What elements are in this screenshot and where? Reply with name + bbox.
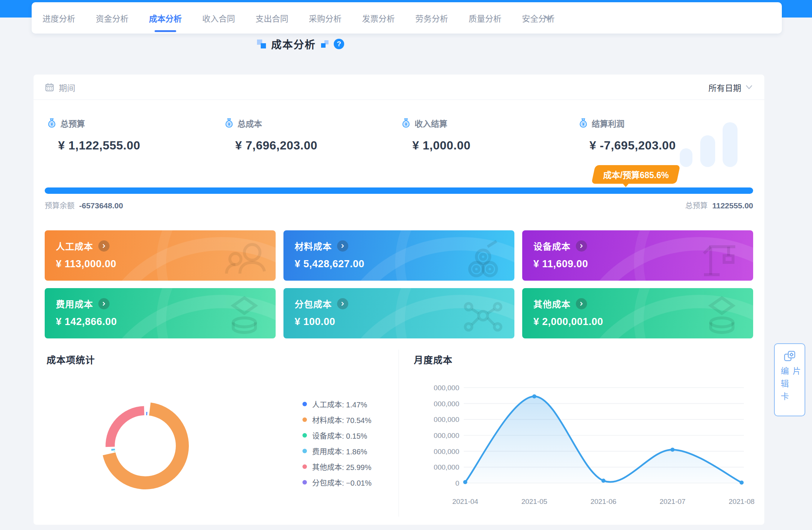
donut-slice-4[interactable] (105, 406, 144, 447)
legend-item-3[interactable]: 费用成本: 1.86% (302, 446, 372, 456)
card-other-cost[interactable]: 其他成本 ¥ 2,000,001.00 (522, 288, 753, 338)
x-axis-tick: 2021-06 (590, 498, 616, 505)
help-icon[interactable]: ? (334, 39, 344, 49)
kpi-income-settlement: ¥ 收入结算 ¥ 1,000.00 (399, 100, 576, 187)
tab-progress-analysis[interactable]: 进度分析 (37, 2, 80, 34)
tab-cost-analysis[interactable]: 成本分析 (144, 2, 187, 34)
budget-remaining-value: -6573648.00 (79, 201, 123, 210)
legend-item-0[interactable]: 人工成本: 1.47% (302, 399, 372, 409)
card-title: 费用成本 (56, 297, 93, 310)
svg-text:¥: ¥ (582, 122, 584, 126)
data-point-3[interactable] (670, 448, 675, 452)
arrow-right-icon[interactable] (98, 240, 110, 252)
kpi-value: ¥ 7,696,203.00 (235, 139, 399, 152)
budget-bar-labels: 预算余额 -6573648.00 总预算 1122555.00 (45, 200, 753, 211)
card-labor-cost[interactable]: 人工成本 ¥ 113,000.00 (45, 230, 276, 281)
donut-slice-3[interactable] (111, 449, 115, 451)
budget-total-label: 总预算 (685, 202, 708, 210)
card-title: 分包成本 (295, 297, 332, 310)
donut-slice-0[interactable] (146, 412, 148, 415)
title-squares-icon (321, 40, 329, 48)
chevron-down-icon (745, 84, 753, 90)
arrow-right-icon[interactable] (337, 240, 348, 252)
edit-cards-icon (783, 350, 796, 363)
cost-analysis-panel: 期间 所有日期 ¥ 总预算 ¥ 1,122,555.00 ¥ 总成本 ¥ 7,6… (34, 75, 764, 525)
arrow-right-icon[interactable] (576, 298, 587, 309)
legend-item-1[interactable]: 材料成本: 70.54% (302, 414, 372, 425)
page-title-row: 成本分析 ? (257, 36, 344, 52)
period-label-group: 期间 (45, 81, 75, 93)
ratio-badge-text: 成本/预算685.6% (603, 168, 669, 181)
pipes-icon (461, 237, 505, 278)
tab-procurement-analysis[interactable]: 采购分析 (304, 2, 347, 34)
legend-dot (302, 417, 307, 422)
cost-budget-ratio-badge: 成本/预算685.6% (593, 165, 678, 184)
tab-list: 进度分析 资金分析 成本分析 收入合同 支出合同 采购分析 发票分析 劳务分析 … (32, 2, 570, 34)
legend-label: 分包成本: −0.01% (312, 477, 372, 488)
budget-remaining-label: 预算余额 (45, 202, 74, 210)
kpi-label: 总预算 (60, 117, 85, 129)
card-material-cost[interactable]: 材料成本 ¥ 5,428,627.00 (283, 230, 514, 281)
legend-label: 人工成本: 1.47% (312, 399, 367, 410)
card-equipment-cost[interactable]: 设备成本 ¥ 11,609.00 (522, 230, 753, 281)
pie-chart-title: 成本项统计 (47, 353, 95, 366)
tab-quality-analysis[interactable]: 质量分析 (463, 2, 507, 34)
data-point-1[interactable] (532, 394, 536, 398)
legend-item-5[interactable]: 分包成本: −0.01% (302, 477, 372, 488)
money-bag-icon: ¥ (401, 118, 411, 128)
date-range-value: 所有日期 (708, 81, 741, 93)
badge-pointer (622, 182, 630, 187)
charts-row: 成本项统计 人工成本: 1.47%材料成本: 70.54%设备成本: 0.15%… (34, 350, 764, 525)
svg-text:¥: ¥ (51, 122, 53, 126)
x-axis-tick: 2021-05 (521, 498, 548, 505)
legend-dot (302, 480, 307, 485)
budget-progress-fill (45, 187, 753, 194)
card-expense-cost[interactable]: 费用成本 ¥ 142,866.00 (45, 288, 276, 338)
donut-slice-1[interactable] (103, 403, 189, 489)
legend-item-2[interactable]: 设备成本: 0.15% (302, 430, 372, 441)
card-title: 材料成本 (295, 239, 332, 252)
legend-dot (302, 449, 307, 453)
tab-invoice-analysis[interactable]: 发票分析 (357, 2, 400, 34)
legend-label: 费用成本: 1.86% (312, 446, 367, 457)
period-row: 期间 所有日期 (34, 75, 764, 100)
title-squares-icon (257, 40, 266, 48)
coins-icon (700, 295, 744, 336)
pie-legend: 人工成本: 1.47%材料成本: 70.54%设备成本: 0.15%费用成本: … (302, 399, 372, 493)
arrow-right-icon[interactable] (98, 298, 110, 309)
budget-total: 总预算 1122555.00 (685, 200, 753, 211)
line-chart-title: 月度成本 (414, 353, 453, 366)
arrow-right-icon[interactable] (576, 240, 587, 252)
line-area-fill (465, 396, 742, 483)
arrow-right-icon[interactable] (337, 298, 348, 309)
x-axis-tick: 2021-04 (452, 498, 478, 505)
tab-expense-contract[interactable]: 支出合同 (250, 2, 294, 34)
money-bag-icon: ¥ (224, 118, 234, 128)
kpi-value: ¥ -7,695,203.00 (590, 139, 754, 152)
legend-label: 材料成本: 70.54% (312, 414, 371, 425)
y-axis-tick: 5,000,000 (434, 400, 459, 408)
tab-funds-analysis[interactable]: 资金分析 (91, 2, 134, 34)
data-point-4[interactable] (740, 480, 744, 485)
edit-cards-button[interactable]: 编辑卡片 (774, 343, 805, 416)
coins-icon (222, 295, 267, 336)
card-subcontract-cost[interactable]: 分包成本 ¥ 100.00 (283, 288, 514, 338)
legend-item-4[interactable]: 其他成本: 25.99% (302, 461, 372, 472)
kpi-total-cost: ¥ 总成本 ¥ 7,696,203.00 (222, 100, 399, 187)
network-icon (461, 295, 505, 336)
donut-slice-2[interactable] (114, 451, 115, 452)
money-bag-icon: ¥ (578, 118, 588, 128)
data-point-2[interactable] (602, 479, 606, 483)
legend-dot (302, 402, 307, 406)
date-range-select[interactable]: 所有日期 (708, 81, 753, 93)
data-point-0[interactable] (463, 480, 467, 484)
analysis-tabbar: 进度分析 资金分析 成本分析 收入合同 支出合同 采购分析 发票分析 劳务分析 … (32, 2, 782, 34)
y-axis-tick: 4,000,000 (434, 416, 459, 423)
tab-labor-analysis[interactable]: 劳务分析 (410, 2, 453, 34)
y-axis-tick: 1,000,000 (434, 463, 459, 471)
chevron-down-icon[interactable] (542, 12, 555, 24)
cost-cards-grid: 人工成本 ¥ 113,000.00 材料成本 ¥ 5,428,627.00 设备… (45, 230, 753, 338)
crane-icon (700, 237, 744, 278)
legend-dot (302, 433, 307, 438)
tab-income-contract[interactable]: 收入合同 (197, 2, 240, 34)
